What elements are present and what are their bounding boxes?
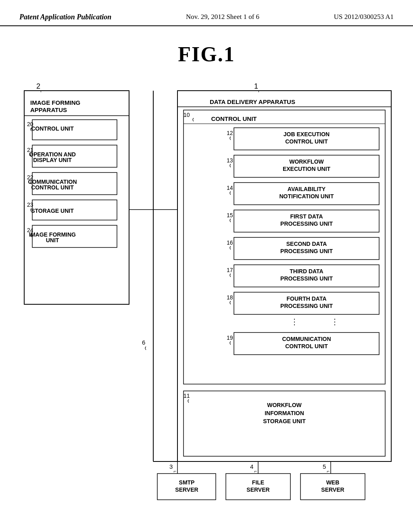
control-unit-label: CONTROL UNIT [211,115,257,122]
num-23: 23 [27,202,33,208]
item-16-2: PROCESSING UNIT [280,248,333,254]
right-box-title: DATA DELIVERY APPARATUS [210,98,295,105]
number-2: 2 [36,82,40,90]
publication-number: US 2012/0300253 A1 [334,13,394,21]
item-file-2: SERVER [246,486,269,493]
item-18-2: PROCESSING UNIT [280,303,333,309]
item-21-2: DISPLAY UNIT [33,157,72,163]
item-14-1: AVAILABILITY [288,186,326,192]
item-web-1: WEB [326,479,340,486]
number-1: 1 [254,82,258,90]
num-13: 13 [227,157,233,164]
item-smtp-1: SMTP [179,479,195,486]
num-10: 10 [184,112,190,118]
svg-text:⌐: ⌐ [327,468,330,474]
item-13-2: EXECUTION UNIT [283,166,331,172]
item-23: STORAGE UNIT [31,208,74,214]
num-14: 14 [227,185,233,191]
item-16-1: SECOND DATA [286,241,327,247]
page-header: Patent Application Publication Nov. 29, … [0,0,413,26]
svg-rect-15 [184,110,385,384]
item-17-1: THIRD DATA [290,268,323,274]
svg-text:⌐: ⌐ [258,87,261,94]
item-13-1: WORKFLOW [289,158,324,165]
num-3: 3 [169,463,173,470]
item-15-1: FIRST DATA [290,213,323,220]
num-5: 5 [323,463,326,470]
num-17: 17 [227,267,233,273]
left-box-title: IMAGE FORMING [30,99,80,106]
svg-rect-0 [24,91,129,304]
item-24-2: UNIT [46,237,59,243]
svg-text:⌐: ⌐ [40,87,44,94]
num-4: 4 [250,463,253,470]
ellipsis-1: ⋮ [290,317,298,326]
item-18-1: FOURTH DATA [286,295,326,302]
num-18: 18 [227,294,233,301]
ellipsis-2: ⋮ [331,317,339,326]
item-19-2: CONTROL UNIT [285,343,328,349]
svg-text:⌐: ⌐ [254,468,257,474]
num-12: 12 [227,130,233,136]
item-14-2: NOTIFICATION UNIT [279,193,334,200]
item-11-3: STORAGE UNIT [263,418,306,424]
num-19: 19 [227,335,233,341]
num-11: 11 [184,393,190,399]
publication-label: Patent Application Publication [19,13,111,21]
item-file-1: FILE [252,479,264,486]
item-11-1: WORKFLOW [267,402,302,408]
item-17-2: PROCESSING UNIT [280,275,333,282]
svg-text:⌐: ⌐ [173,468,176,474]
item-web-2: SERVER [321,486,344,493]
num-6: 6 [142,339,145,346]
item-19-1: COMMUNICATION [282,336,331,342]
item-15-2: PROCESSING UNIT [280,220,333,227]
diagram-svg: 2 ⌐ IMAGE FORMING APPARATUS 20 CONTROL U… [0,26,413,518]
num-15: 15 [227,212,233,218]
item-smtp-2: SERVER [175,486,198,493]
item-11-2: INFORMATION [265,410,304,416]
item-12-1: JOB EXECUTION [284,131,330,137]
diagram-area: FIG.1 2 ⌐ IMAGE FORMING APPARATUS 20 CON… [0,26,413,518]
publication-date: Nov. 29, 2012 Sheet 1 of 6 [186,13,259,21]
svg-text:APPARATUS: APPARATUS [30,106,67,113]
item-20: CONTROL UNIT [31,125,74,132]
item-22-2: CONTROL UNIT [31,184,74,191]
num-16: 16 [227,239,233,246]
item-12-2: CONTROL UNIT [285,138,328,145]
